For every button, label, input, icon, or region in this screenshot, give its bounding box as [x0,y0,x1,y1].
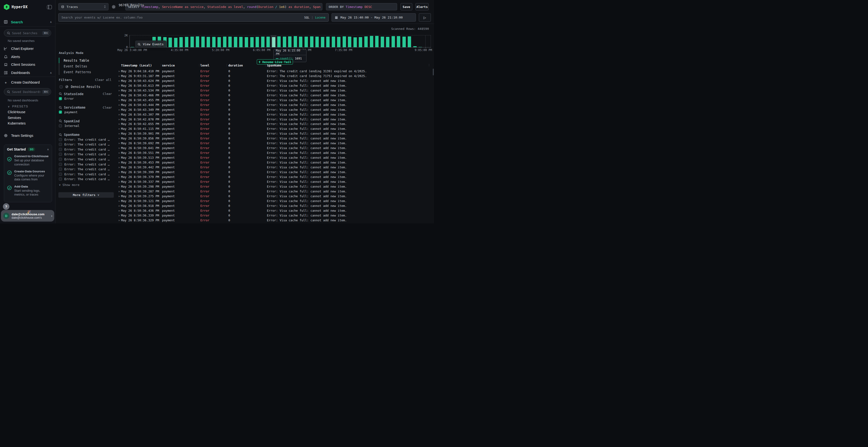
row-expand-chevron[interactable]: › [118,170,120,174]
table-row[interactable]: ›May 26 8:50:39.275 PMpaymentError0Error… [116,194,434,199]
table-row[interactable]: ›May 26 8:50:39.298 PMpaymentError0Error… [116,184,434,189]
filter-checkbox[interactable] [59,163,62,166]
filter-checkbox[interactable] [59,153,62,156]
chart-bar[interactable] [337,37,340,47]
filter-group-clear-button[interactable]: Clear [103,92,112,96]
chart-bar[interactable] [190,37,194,47]
chart-bar[interactable] [217,37,221,47]
filter-item[interactable]: ✓payment [59,110,112,115]
row-expand-chevron[interactable]: › [118,175,120,178]
table-row[interactable]: ›May 26 8:50:43.624 PMpaymentError0Error… [116,78,434,83]
row-expand-chevron[interactable]: › [118,146,120,150]
table-row[interactable]: ›May 26 8:50:43.466 PMpaymentError0Error… [116,93,434,98]
chart-bar[interactable] [397,36,400,47]
table-row[interactable]: ›May 26 8:50:43.307 PMpaymentError0Error… [116,112,434,117]
chart-bar[interactable] [174,38,178,47]
chart-bar[interactable] [321,37,324,47]
filter-item[interactable]: Error: The credit card … [59,142,112,147]
filter-group-clear-button[interactable]: Clear [103,106,112,109]
sidebar-item-alerts[interactable]: Alerts [4,54,52,60]
table-row[interactable]: ›May 26 9:04:18.410 PMpaymentError0Error… [116,69,434,73]
table-row[interactable]: ›May 26 8:50:39.901 PMpaymentError0Error… [116,131,434,136]
row-expand-chevron[interactable]: › [118,194,120,198]
chart-bar[interactable] [343,36,346,47]
table-row[interactable]: ›May 26 8:50:43.534 PMpaymentError0Error… [116,88,434,93]
chart-bar[interactable] [305,37,308,47]
filter-checkbox[interactable]: ✓ [59,97,62,100]
row-expand-chevron[interactable]: › [118,137,120,140]
row-expand-chevron[interactable]: › [118,79,120,82]
column-header-timestamp[interactable]: Timestamp (Local) [121,64,152,67]
row-expand-chevron[interactable]: › [118,218,120,222]
filter-checkbox[interactable] [59,177,62,181]
chart-bar[interactable] [228,37,232,47]
chart-bar[interactable] [332,37,335,47]
row-expand-chevron[interactable]: › [118,199,120,203]
row-expand-chevron[interactable]: › [118,189,120,193]
chart-bar[interactable] [239,37,243,47]
chart-bar[interactable] [277,36,281,47]
row-expand-chevron[interactable]: › [118,141,120,145]
sidebar-item-team-settings[interactable]: Team Settings [4,133,52,138]
column-header-level[interactable]: level [200,64,210,67]
get-started-step[interactable]: Create Data Sources Configure where your… [7,170,49,182]
table-row[interactable]: ›May 26 8:50:39.442 PMpaymentError0Error… [116,165,434,170]
table-row[interactable]: ›May 26 8:50:39.121 PMpaymentError0Error… [116,199,434,203]
table-row[interactable]: ›May 26 8:50:39.551 PMpaymentError0Error… [116,150,434,155]
chart-bar[interactable] [310,36,313,47]
table-row[interactable]: ›May 26 8:50:39.856 PMpaymentError0Error… [116,136,434,141]
chart-bar[interactable] [353,37,357,47]
filter-item[interactable]: Error: The credit card … [59,167,112,172]
filter-item[interactable]: Internal [59,123,112,128]
source-settings-gear-icon[interactable] [112,5,116,9]
filter-checkbox[interactable] [59,143,62,146]
clear-all-filters-button[interactable]: Clear all [95,78,112,82]
tab-results-table[interactable]: Results Table [59,58,91,63]
preset-clickhouse[interactable]: ClickHouse [8,110,25,114]
row-expand-chevron[interactable]: › [118,112,120,116]
chart-bar[interactable] [250,37,254,47]
table-row[interactable]: ›May 26 8:50:36.436 PMpaymentError0Error… [116,208,434,213]
row-expand-chevron[interactable]: › [118,132,120,135]
column-header-service[interactable]: service [162,64,175,67]
sidebar-item-client-sessions[interactable]: Client Sessions [4,62,52,67]
create-dashboard-button[interactable]: + Create Dashboard [4,79,52,85]
filter-checkbox[interactable] [59,168,62,171]
table-row[interactable]: ›May 26 8:50:43.349 PMpaymentError0Error… [116,107,434,112]
denoise-results-toggle[interactable]: Denoise Results [60,85,100,89]
column-resize-handle[interactable]: ⋮ [225,64,228,67]
chart-bar[interactable] [370,36,373,47]
row-expand-chevron[interactable]: › [118,69,120,73]
filter-item[interactable]: Error: The credit card … [59,162,112,167]
filter-item[interactable]: Error: The credit card … [59,177,112,182]
chart-bar[interactable] [392,36,395,47]
saved-dashboards-field[interactable] [12,90,40,94]
chart-bar[interactable] [245,37,248,47]
preset-kubernetes[interactable]: Kubernetes [8,122,26,125]
sidebar-item-search[interactable]: Search ∧ [4,19,52,25]
row-expand-chevron[interactable]: › [118,108,120,111]
table-row[interactable]: ›May 26 8:50:39.692 PMpaymentError0Error… [116,141,434,145]
chart-bar[interactable] [234,37,237,47]
chart-bar[interactable] [375,36,378,47]
table-row[interactable]: ›May 26 8:50:42.878 PMpaymentError0Error… [116,117,434,122]
table-row[interactable]: ›May 26 8:50:43.444 PMpaymentError0Error… [116,102,434,107]
row-expand-chevron[interactable]: › [118,161,120,164]
chart-bar[interactable] [326,37,330,47]
chart-bar[interactable] [299,37,302,47]
column-header-duration[interactable]: duration [228,64,243,67]
saved-searches-input[interactable]: ⌘K [4,29,51,37]
chart-bar[interactable] [207,37,210,47]
filter-checkbox[interactable] [59,138,62,141]
presets-section[interactable]: ∨ PRESETS [8,105,28,108]
chart-bar[interactable] [294,36,297,47]
chart-bar[interactable] [364,36,368,47]
filter-item[interactable]: Error: The credit card … [59,152,112,157]
row-expand-chevron[interactable]: › [118,89,120,92]
denoise-checkbox[interactable] [60,85,63,89]
row-expand-chevron[interactable]: › [118,93,120,97]
chart-bar[interactable] [381,37,384,47]
filter-item[interactable]: Error: The credit card … [59,172,112,177]
get-started-step[interactable]: Connect to ClickHouse Set up your databa… [7,154,49,166]
chart-bar[interactable] [386,37,390,47]
